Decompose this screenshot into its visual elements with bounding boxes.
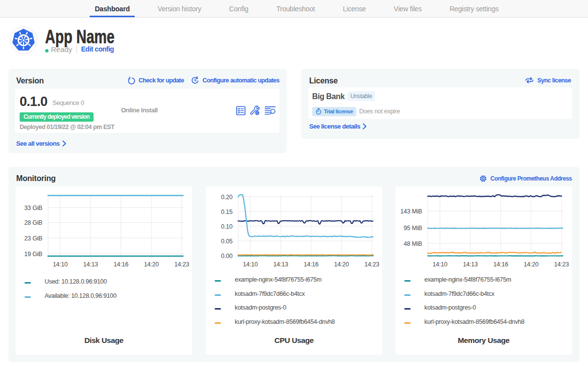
svg-text:14:10: 14:10 xyxy=(53,261,68,268)
svg-text:14:20: 14:20 xyxy=(334,261,349,268)
svg-text:0.20: 0.20 xyxy=(221,194,233,201)
svg-text:14:10: 14:10 xyxy=(433,261,448,268)
svg-text:14:13: 14:13 xyxy=(463,261,478,268)
svg-text:14:16: 14:16 xyxy=(114,261,129,268)
svg-text:95 MiB: 95 MiB xyxy=(404,225,422,232)
svg-text:0.00: 0.00 xyxy=(221,253,233,260)
svg-text:23 GiB: 23 GiB xyxy=(24,235,42,242)
svg-text:33 GiB: 33 GiB xyxy=(24,205,42,211)
svg-text:0.05: 0.05 xyxy=(221,238,233,245)
svg-text:28 GiB: 28 GiB xyxy=(24,219,42,226)
svg-text:14:23: 14:23 xyxy=(554,261,569,268)
svg-text:19 GiB: 19 GiB xyxy=(24,251,42,258)
svg-text:143 MiB: 143 MiB xyxy=(400,208,422,215)
svg-text:14:13: 14:13 xyxy=(83,261,98,268)
svg-text:14:20: 14:20 xyxy=(144,261,159,268)
svg-text:48 MiB: 48 MiB xyxy=(404,240,422,247)
svg-text:14:23: 14:23 xyxy=(365,261,380,268)
svg-text:0.10: 0.10 xyxy=(221,223,233,230)
svg-text:14:16: 14:16 xyxy=(304,261,319,268)
svg-text:14:13: 14:13 xyxy=(273,261,289,268)
svg-text:14:16: 14:16 xyxy=(493,261,509,268)
svg-text:14:23: 14:23 xyxy=(174,261,190,268)
svg-text:14:20: 14:20 xyxy=(524,261,539,268)
svg-text:14:10: 14:10 xyxy=(243,261,258,268)
svg-text:0.15: 0.15 xyxy=(221,209,233,215)
